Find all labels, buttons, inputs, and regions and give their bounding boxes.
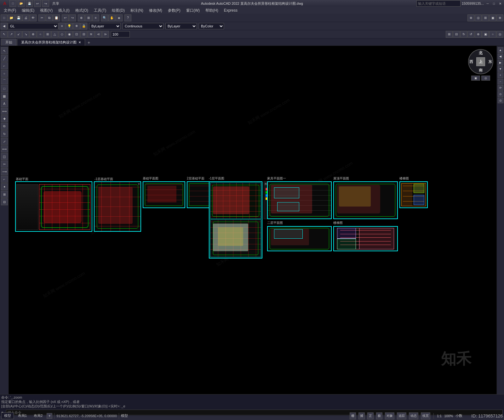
- tool-arc[interactable]: ⌒: [1, 77, 8, 84]
- tab-start[interactable]: 开始: [1, 39, 16, 46]
- tool-rotate[interactable]: ↻: [1, 130, 8, 137]
- tb2-layer-off[interactable]: 💡: [66, 23, 73, 30]
- tb1-prop[interactable]: ≡: [92, 14, 99, 21]
- compass-btn2[interactable]: ◎: [481, 76, 490, 81]
- tb1-cut[interactable]: ✂: [38, 14, 45, 21]
- tb1-right5[interactable]: ⊗: [496, 14, 503, 21]
- menu-draw[interactable]: 绘图(D): [109, 7, 127, 14]
- tool-line[interactable]: ╱: [1, 55, 8, 62]
- tb3-6[interactable]: ○: [37, 31, 44, 38]
- tool-polyline[interactable]: ⌐: [1, 62, 8, 69]
- grid-btn[interactable]: 栅: [350, 412, 356, 419]
- menu-file[interactable]: 文件(F): [1, 7, 19, 14]
- tb3-4[interactable]: ↘: [22, 31, 29, 38]
- tool-scale[interactable]: ⤢: [1, 138, 8, 145]
- canvas[interactable]: 知禾网 www.znzmo.com 知禾网 www.znzmo.com 知禾网 …: [9, 46, 496, 394]
- tb3-r5[interactable]: ⊕: [475, 31, 482, 38]
- tb1-undo[interactable]: ↩: [62, 14, 69, 21]
- tb1-right3[interactable]: ⊞: [482, 14, 489, 21]
- tb3-r2[interactable]: ⊟: [453, 31, 460, 38]
- tab-layout2[interactable]: 布局2: [31, 412, 45, 419]
- tb2-layer-lock[interactable]: 🔒: [80, 23, 87, 30]
- tb2-layer-prev[interactable]: ◀: [1, 23, 8, 30]
- tb1-right4[interactable]: ▣: [489, 14, 496, 21]
- rtool-6[interactable]: −: [498, 79, 503, 84]
- rtool-5[interactable]: +: [498, 72, 503, 78]
- rtool-7[interactable]: ⟳: [498, 85, 503, 91]
- menu-modify[interactable]: 修改(M): [146, 7, 165, 14]
- tb3-7[interactable]: ⊞: [44, 31, 51, 38]
- menu-express[interactable]: Express: [221, 8, 240, 13]
- rtool-8[interactable]: ⊙: [498, 91, 503, 97]
- save-btn[interactable]: 💾: [26, 0, 33, 7]
- rtool-9[interactable]: ◎: [498, 98, 503, 103]
- tb1-plotpreview[interactable]: 👁: [30, 14, 37, 21]
- add-layout-btn[interactable]: +: [47, 413, 52, 419]
- tb3-13[interactable]: ≋: [88, 31, 94, 38]
- zoom-input[interactable]: [111, 31, 130, 37]
- open-btn[interactable]: 📂: [18, 0, 25, 7]
- tool-circle[interactable]: ○: [1, 70, 8, 77]
- tb1-save[interactable]: 💾: [15, 14, 22, 21]
- compass-btn1[interactable]: ▣: [471, 76, 480, 81]
- tb1-pan[interactable]: ✋: [108, 14, 115, 21]
- snap-btn[interactable]: 捕: [358, 412, 365, 419]
- tb1-zoom[interactable]: 🔍: [101, 14, 108, 21]
- tb1-3d[interactable]: ◈: [116, 14, 123, 21]
- tab-layout1[interactable]: 布局1: [15, 412, 30, 419]
- redo-btn[interactable]: ↪: [42, 0, 49, 7]
- maximize-btn[interactable]: □: [491, 1, 496, 6]
- lw-btn[interactable]: 线宽: [421, 412, 430, 419]
- tb3-r3[interactable]: ↻: [460, 31, 467, 38]
- menu-view[interactable]: 视图(V): [37, 7, 55, 14]
- tool-move[interactable]: ✚: [1, 115, 8, 122]
- tool-copy[interactable]: ⧉: [1, 123, 8, 130]
- tb3-10[interactable]: ◉: [66, 31, 73, 38]
- tool-text[interactable]: A: [1, 100, 8, 107]
- tool-rect[interactable]: □: [1, 85, 8, 92]
- tool-fillet[interactable]: ⌐: [1, 176, 8, 183]
- menu-dim[interactable]: 标注(N): [128, 7, 146, 14]
- tb3-11[interactable]: ⊡: [73, 31, 80, 38]
- tb3-15[interactable]: ⊳: [102, 31, 109, 38]
- dyn-btn[interactable]: 动态: [409, 412, 418, 419]
- tool-hatch[interactable]: ▦: [1, 93, 8, 99]
- close-btn[interactable]: ✕: [498, 1, 503, 6]
- undo-btn[interactable]: ↩: [34, 0, 41, 7]
- menu-format[interactable]: 格式(O): [73, 7, 91, 14]
- osnap-btn[interactable]: 对象: [385, 412, 394, 419]
- tab-drawing[interactable]: 某高尔夫会所异形柱框架结构设计图 ✕: [17, 39, 85, 46]
- plotstyle-select[interactable]: ByColor: [199, 23, 224, 29]
- tb3-8[interactable]: △: [51, 31, 58, 38]
- rtool-2[interactable]: ◀: [498, 54, 503, 59]
- tb1-plot[interactable]: 🖨: [22, 14, 29, 21]
- tb3-r1[interactable]: ⊞: [446, 31, 453, 38]
- tb1-autocad[interactable]: ⊞: [85, 14, 92, 21]
- rtool-1[interactable]: ▲: [498, 47, 503, 53]
- menu-help[interactable]: 帮助(H): [203, 7, 221, 14]
- menu-tools[interactable]: 工具(T): [91, 7, 109, 14]
- tb1-matchprop[interactable]: ⊕: [78, 14, 85, 21]
- menu-param[interactable]: 参数(P): [165, 7, 183, 14]
- tb3-3[interactable]: ↙: [15, 31, 22, 38]
- polar-btn[interactable]: 极: [376, 412, 382, 419]
- search-input[interactable]: [416, 0, 461, 7]
- tb3-r6[interactable]: ▣: [482, 31, 489, 38]
- new-btn[interactable]: □: [9, 0, 16, 7]
- color-select[interactable]: ByLayer: [89, 23, 121, 29]
- menu-insert[interactable]: 插入(I): [56, 7, 72, 14]
- tool-trim[interactable]: ✂: [1, 161, 8, 167]
- tool-extend[interactable]: ⟶: [1, 168, 8, 175]
- rtool-3[interactable]: ▶: [498, 60, 503, 65]
- menu-window[interactable]: 窗口(W): [184, 7, 202, 14]
- tb3-2[interactable]: ↗: [8, 31, 15, 38]
- tb3-12[interactable]: ⊟: [80, 31, 87, 38]
- tb1-right1[interactable]: ⊕: [467, 14, 474, 21]
- linetype-select[interactable]: Continuous: [123, 23, 163, 29]
- tool-offset[interactable]: ◫: [1, 153, 8, 160]
- menu-edit[interactable]: 编辑(E): [19, 7, 37, 14]
- tb3-14[interactable]: ⊲: [95, 31, 102, 38]
- tb2-layer-prop[interactable]: ≡: [59, 23, 66, 30]
- tool-mirror[interactable]: ⟺: [1, 145, 8, 152]
- tb3-1[interactable]: ↖: [1, 31, 8, 38]
